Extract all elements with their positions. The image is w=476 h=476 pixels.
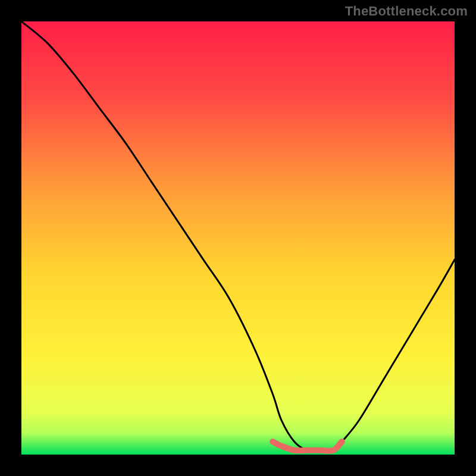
chart-frame: TheBottleneck.com <box>0 0 476 476</box>
plot-area <box>21 21 455 455</box>
chart-svg <box>21 21 455 455</box>
gradient-background <box>21 21 455 455</box>
watermark-text: TheBottleneck.com <box>345 4 468 19</box>
